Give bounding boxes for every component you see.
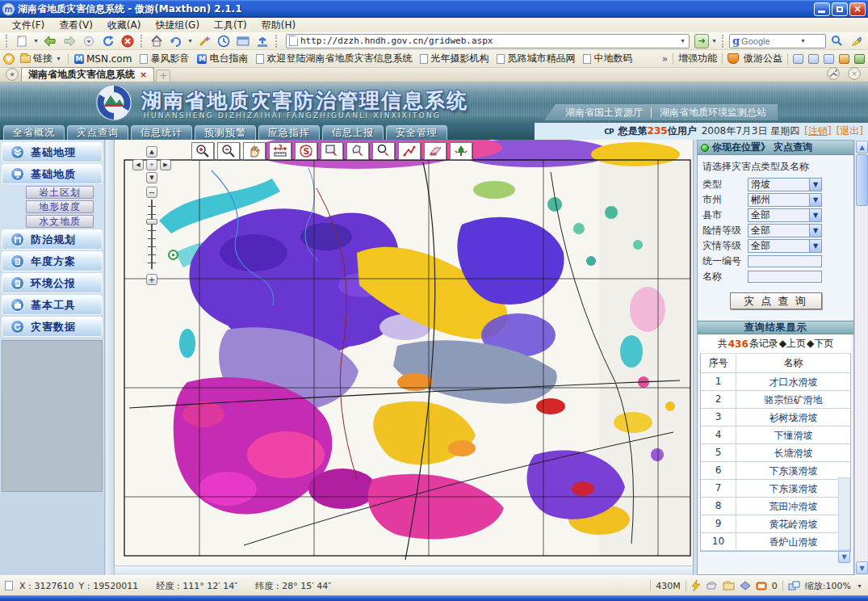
link-baofeng[interactable]: 暴风影音 xyxy=(137,51,191,66)
brush-icon[interactable] xyxy=(839,54,849,64)
next-page-link[interactable]: ◆下页 xyxy=(807,337,833,351)
map-horizontal-scroll-area[interactable] xyxy=(115,565,693,575)
unified-id-input[interactable] xyxy=(748,255,822,267)
nav-tab-security[interactable]: 安全管理 xyxy=(386,125,447,140)
scroll-thumb[interactable] xyxy=(856,154,868,206)
minimize-button[interactable] xyxy=(814,2,830,16)
back-button[interactable] xyxy=(41,33,59,49)
prev-page-link[interactable]: ◆上页 xyxy=(779,337,806,351)
new-tab-ghost-button[interactable]: + xyxy=(156,69,170,82)
stop-button[interactable] xyxy=(119,33,136,49)
link-land-resources-dept[interactable]: 湖南省国土资源厅 xyxy=(565,106,643,120)
table-row[interactable]: 8荒田冲滑坡 xyxy=(701,498,850,515)
zoom-windows-icon[interactable] xyxy=(788,581,800,590)
highlighter-button[interactable] xyxy=(847,33,865,49)
plugin-tray-icon[interactable] xyxy=(706,581,718,590)
nav-tab-disaster-query[interactable]: 灾点查询 xyxy=(67,125,128,140)
scroll-up-button[interactable]: ▲ xyxy=(856,141,868,153)
chevron-down-icon[interactable]: ▼ xyxy=(809,225,821,237)
undo-dropdown-icon[interactable]: ▾ xyxy=(187,37,194,44)
search-input[interactable] xyxy=(741,36,798,46)
search-box[interactable]: g ▾ xyxy=(729,34,826,48)
zoom-slider-handle[interactable] xyxy=(146,219,157,225)
name-input[interactable] xyxy=(748,271,822,283)
link-geo-env-station[interactable]: 湖南省地质环境监测总站 xyxy=(660,106,766,120)
undo-button[interactable] xyxy=(167,33,185,49)
zoom-in-icon[interactable] xyxy=(191,142,214,160)
search-button[interactable] xyxy=(828,33,845,49)
folder-status-icon[interactable] xyxy=(723,581,735,590)
pan-right-button[interactable]: ▶ xyxy=(160,159,171,170)
link-radio-guide[interactable]: M电台指南 xyxy=(195,51,250,66)
table-row[interactable]: 7下东溪滑坡 xyxy=(701,480,850,498)
map-marker[interactable] xyxy=(168,250,178,260)
table-row[interactable]: 6下东溪滑坡 xyxy=(701,462,850,480)
proxy-icon[interactable] xyxy=(793,54,803,64)
links-folder[interactable]: 链接 ▾ xyxy=(18,51,65,66)
filter-diamond-icon[interactable] xyxy=(740,581,751,590)
sidebar-item-disaster-data[interactable]: 灾害数据 xyxy=(2,317,103,337)
link-zhongdi[interactable]: 中地数码 xyxy=(581,51,635,66)
zoom-in-slider-button[interactable]: + xyxy=(146,274,157,285)
pan-hand-icon[interactable] xyxy=(243,142,266,160)
notes-icon[interactable] xyxy=(824,54,834,64)
chevron-down-icon[interactable]: ▼ xyxy=(809,240,821,252)
tab-close-icon[interactable]: × xyxy=(140,69,147,80)
nav-tab-report[interactable]: 信息上报 xyxy=(322,125,384,140)
home-button[interactable] xyxy=(148,33,166,49)
sidebar-item-environment-bulletin[interactable]: 环境公报 xyxy=(2,273,103,293)
sidebar-subitem-rock-soil-zoning[interactable]: 岩土区划 xyxy=(26,186,94,199)
table-row[interactable]: 5长塘滑坡 xyxy=(701,444,850,462)
url-dropdown-icon[interactable]: ▾ xyxy=(679,37,686,44)
table-row[interactable]: 2骆宗恒矿滑地 xyxy=(701,391,850,409)
city-icon[interactable] xyxy=(854,54,865,64)
chevron-down-icon[interactable]: ▼ xyxy=(809,209,821,221)
table-row[interactable]: 9黄花岭滑坡 xyxy=(701,515,850,533)
geology-map[interactable] xyxy=(115,140,693,565)
link-msn[interactable]: MMSN.com xyxy=(72,53,134,65)
search-dropdown-icon[interactable]: ▾ xyxy=(799,37,807,44)
menu-groups[interactable]: 快捷组(G) xyxy=(148,18,207,33)
pan-down-button[interactable]: ▼ xyxy=(146,172,157,183)
refresh-button[interactable] xyxy=(99,33,117,49)
identify-icon[interactable] xyxy=(372,142,395,160)
favorites-heart-icon[interactable]: ♥ xyxy=(3,53,15,65)
sidebar-item-prevention-planning[interactable]: 防治规划 xyxy=(2,229,103,250)
magic-wand-button[interactable] xyxy=(195,33,213,49)
zoom-level[interactable]: 缩放:100% xyxy=(805,580,851,592)
disaster-level-select[interactable]: 全部▼ xyxy=(748,239,822,253)
panel-scroll-down-button[interactable]: ▼ xyxy=(838,551,850,563)
logout-link[interactable]: [注销] xyxy=(804,124,831,138)
maxthon-charity-link[interactable]: 傲游公益 xyxy=(744,52,782,65)
link-city-boutique[interactable]: 觅路城市精品网 xyxy=(494,51,577,66)
full-extent-icon[interactable]: S xyxy=(295,142,317,160)
sidebar-subitem-terrain-slope[interactable]: 地形坡度 xyxy=(26,200,94,213)
tabbar-close-button[interactable]: × xyxy=(848,67,861,80)
type-select[interactable]: 滑坡▼ xyxy=(748,178,822,191)
menu-help[interactable]: 帮助(H) xyxy=(254,18,303,33)
enhance-features-link[interactable]: 增强功能 xyxy=(678,52,717,65)
restore-button[interactable] xyxy=(832,2,848,16)
new-tab-dropdown-icon[interactable]: ▾ xyxy=(32,37,40,44)
window-icon[interactable] xyxy=(808,54,819,64)
eraser-icon[interactable] xyxy=(424,142,447,160)
sidebar-subitem-hydrogeology[interactable]: 水文地质 xyxy=(26,215,94,228)
menu-view[interactable]: 查看(V) xyxy=(52,18,100,33)
address-bar[interactable]: ▾ xyxy=(286,34,690,48)
sidebar-item-annual-plan[interactable]: 年度方案 xyxy=(2,251,103,271)
download-button[interactable] xyxy=(254,33,271,49)
menu-tools[interactable]: 工具(T) xyxy=(207,18,254,33)
county-select[interactable]: 全部▼ xyxy=(748,208,822,222)
popup-blocker-icon[interactable] xyxy=(756,581,767,591)
nav-tab-statistics[interactable]: 信息统计 xyxy=(131,125,192,140)
menu-file[interactable]: 文件(F) xyxy=(5,18,52,33)
boost-lightning-icon[interactable] xyxy=(691,580,701,591)
go-dropdown-icon[interactable]: ▾ xyxy=(711,37,718,44)
zoom-slider[interactable] xyxy=(146,200,157,269)
pan-left-button[interactable]: ◀ xyxy=(132,159,144,170)
history-dropdown-button[interactable] xyxy=(80,33,98,49)
sidebar-item-basic-geology[interactable]: 基础地质 xyxy=(2,164,103,184)
chevron-down-icon[interactable]: ▼ xyxy=(809,179,821,191)
panel-scroll-track[interactable] xyxy=(838,477,850,550)
select-rectangle-icon[interactable] xyxy=(321,142,343,160)
